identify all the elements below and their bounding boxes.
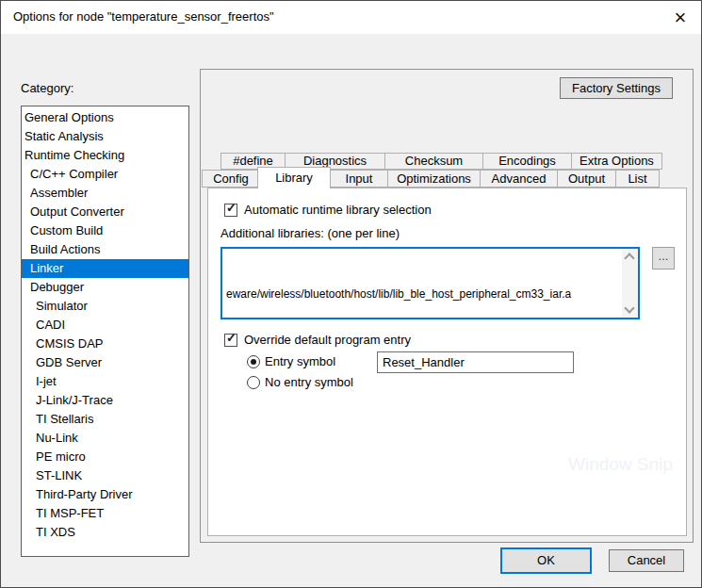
category-item-assembler[interactable]: Assembler — [22, 184, 188, 203]
library-path-line: eware/wireless/bluetooth/host/lib/lib_bl… — [226, 286, 634, 303]
category-item-j-link-j-trace[interactable]: J-Link/J-Trace — [22, 391, 188, 410]
no-entry-symbol-label: No entry symbol — [265, 375, 353, 390]
tab-list[interactable]: List — [615, 170, 660, 188]
category-item-st-link[interactable]: ST-LINK — [22, 466, 188, 485]
cancel-button[interactable]: Cancel — [609, 549, 684, 572]
category-item-simulator[interactable]: Simulator — [22, 297, 188, 316]
category-item-cmsis-dap[interactable]: CMSIS DAP — [22, 335, 188, 353]
tab-config[interactable]: Config — [202, 170, 260, 188]
category-item-linker[interactable]: Linker — [22, 259, 188, 278]
category-item-general-options[interactable]: General Options — [22, 108, 188, 127]
category-item-debugger[interactable]: Debugger — [22, 278, 188, 297]
checkmark-icon: ✓ — [226, 332, 237, 344]
title-bar: Options for node "temperature_sensor_fre… — [1, 1, 701, 34]
entry-symbol-input[interactable]: Reset_Handler — [377, 351, 574, 373]
tab-extra-options[interactable]: Extra Options — [571, 153, 662, 170]
radio-dot-icon — [251, 359, 256, 365]
category-item-cadi[interactable]: CADI — [22, 316, 188, 335]
category-item-third-party-driver[interactable]: Third-Party Driver — [22, 485, 188, 504]
factory-settings-button[interactable]: Factory Settings — [560, 77, 673, 99]
override-entry-label: Override default program entry — [244, 333, 411, 348]
libraries-scrollbar[interactable] — [622, 249, 638, 318]
category-item-static-analysis[interactable]: Static Analysis — [22, 127, 188, 146]
no-entry-symbol-radio[interactable] — [247, 376, 260, 389]
tab-output[interactable]: Output — [557, 170, 616, 188]
close-button[interactable]: × — [663, 4, 697, 31]
library-tab-panel: ✓ Automatic runtime library selection Ad… — [207, 188, 687, 536]
category-item-pe-micro[interactable]: PE micro — [22, 448, 188, 466]
automatic-runtime-checkbox[interactable]: ✓ — [224, 204, 237, 217]
tab-input[interactable]: Input — [330, 170, 388, 188]
tab-checksum[interactable]: Checksum — [384, 153, 483, 170]
tab-library[interactable]: Library — [257, 167, 331, 188]
category-item-runtime-checking[interactable]: Runtime Checking — [22, 146, 188, 165]
category-item-build-actions[interactable]: Build Actions — [22, 240, 188, 259]
close-icon: × — [675, 8, 687, 28]
window-title: Options for node "temperature_sensor_fre… — [13, 9, 274, 24]
category-item-ti-stellaris[interactable]: TI Stellaris — [22, 410, 188, 429]
category-item-custom-build[interactable]: Custom Build — [22, 221, 188, 240]
options-dialog: Options for node "temperature_sensor_fre… — [0, 0, 702, 588]
window-snip-ghost-text: Window Snip — [568, 454, 673, 475]
ok-button[interactable]: OK — [500, 547, 592, 574]
tab-optimizations[interactable]: Optimizations — [387, 170, 481, 188]
checkmark-icon: ✓ — [226, 202, 237, 214]
scroll-up-icon[interactable] — [624, 253, 634, 263]
automatic-runtime-label: Automatic runtime library selection — [244, 203, 432, 218]
category-item-ti-xds[interactable]: TI XDS — [22, 523, 188, 542]
category-item-ti-msp-fet[interactable]: TI MSP-FET — [22, 504, 188, 523]
category-item-nu-link[interactable]: Nu-Link — [22, 429, 188, 448]
entry-symbol-radio[interactable] — [247, 355, 260, 368]
category-item-i-jet[interactable]: I-jet — [22, 372, 188, 391]
browse-libraries-button[interactable]: ... — [652, 247, 675, 270]
category-item-c-cpp-compiler[interactable]: C/C++ Compiler — [22, 165, 188, 184]
tab-encodings[interactable]: Encodings — [482, 153, 572, 170]
category-item-gdb-server[interactable]: GDB Server — [22, 353, 188, 372]
tab-advanced[interactable]: Advanced — [480, 170, 558, 188]
override-entry-checkbox[interactable]: ✓ — [224, 334, 237, 347]
category-item-output-converter[interactable]: Output Converter — [22, 203, 188, 221]
category-label: Category: — [21, 81, 73, 95]
category-list: General Options Static Analysis Runtime … — [21, 106, 189, 557]
scroll-down-icon[interactable] — [624, 302, 634, 313]
entry-symbol-label: Entry symbol — [265, 354, 335, 369]
additional-libraries-label: Additional libraries: (one per line) — [220, 226, 400, 241]
additional-libraries-input[interactable]: eware/wireless/bluetooth/host/lib/lib_bl… — [220, 247, 640, 319]
